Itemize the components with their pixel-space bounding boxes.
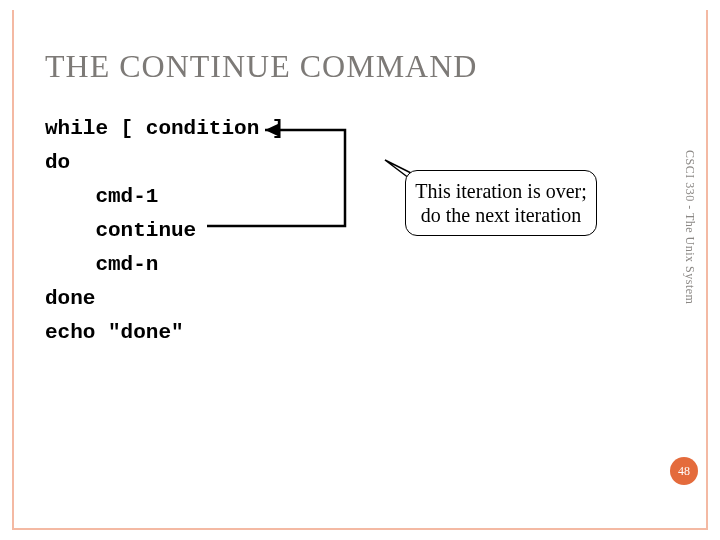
slide: THE CONTINUE COMMAND while [ condition ]… — [0, 0, 720, 540]
code-line: cmd-n — [45, 253, 158, 276]
page-number: 48 — [678, 464, 690, 479]
callout-box: This iteration is over; do the next iter… — [405, 170, 597, 236]
page-number-badge: 48 — [670, 457, 698, 485]
code-line: echo "done" — [45, 321, 184, 344]
code-line: while [ condition ] — [45, 117, 284, 140]
code-block: while [ condition ] do cmd-1 continue cm… — [45, 112, 284, 350]
course-label: CSCI 330 - The Unix System — [682, 150, 697, 304]
code-line: do — [45, 151, 70, 174]
code-line: cmd-1 — [45, 185, 158, 208]
code-line: done — [45, 287, 95, 310]
slide-title: THE CONTINUE COMMAND — [45, 48, 477, 85]
code-line: continue — [45, 219, 196, 242]
